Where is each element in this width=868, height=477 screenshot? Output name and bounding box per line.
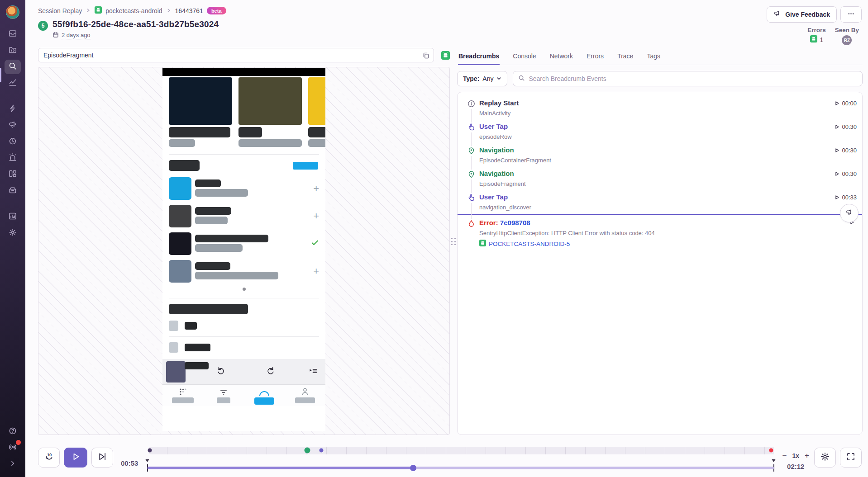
give-feedback-button[interactable]: Give Feedback (767, 6, 837, 23)
tab-errors[interactable]: Errors (586, 50, 604, 65)
event-description: MainActivity (479, 110, 835, 117)
sidebar-item-help[interactable] (5, 425, 21, 439)
sidebar-item-settings[interactable] (5, 226, 21, 241)
event-timestamp[interactable]: 00:30 (835, 123, 857, 130)
tab-trace[interactable]: Trace (617, 50, 634, 65)
sidebar-item-replays[interactable] (5, 135, 21, 149)
nav-label-placeholder (254, 397, 274, 405)
placeholder-bar (238, 127, 262, 137)
now-playing-artwork (166, 361, 186, 383)
event-timestamp[interactable]: 00:00 (835, 100, 857, 107)
details-tabs: Breadcrumbs Console Network Errors Trace… (457, 48, 863, 65)
replays-clock-icon (8, 137, 17, 147)
breadcrumb-replay-id[interactable]: 16443761 (175, 7, 203, 14)
breadcrumb-events-list: Replay Start MainActivity 00:00 User Tap… (457, 92, 863, 435)
timeline-scrubber[interactable] (148, 439, 773, 476)
player-settings-button[interactable] (814, 448, 836, 468)
breadcrumb-event-row[interactable]: Replay Start MainActivity 00:00 (458, 96, 862, 119)
event-title: Error: 7c098708 (479, 219, 849, 227)
timeline-error-marker[interactable] (769, 449, 773, 453)
error-id-link[interactable]: 7c098708 (500, 219, 530, 227)
breadcrumb-session-replay[interactable]: Session Replay (38, 7, 82, 14)
device-screen: + + (162, 68, 325, 431)
tab-console[interactable]: Console (512, 50, 536, 65)
megaphone-icon (773, 10, 781, 19)
fullscreen-button[interactable] (840, 448, 862, 468)
sidebar-item-issues[interactable] (5, 27, 21, 42)
tab-breadcrumbs[interactable]: Breadcrumbs (458, 50, 500, 65)
timeline-activity-strip[interactable] (148, 447, 773, 454)
check-icon (311, 239, 319, 249)
sidebar-item-releases[interactable] (5, 184, 21, 198)
placeholder-bar (195, 272, 278, 279)
replay-age: 2 days ago (62, 32, 91, 39)
play-pause-button[interactable] (64, 448, 87, 468)
event-title: Navigation (479, 146, 835, 154)
breadcrumb-search-input[interactable] (529, 75, 857, 82)
sidebar-item-performance[interactable] (5, 76, 21, 90)
replay-dom-search-input[interactable] (38, 48, 434, 62)
copy-button[interactable] (420, 50, 432, 61)
type-filter-dropdown[interactable]: Type: Any (457, 71, 507, 86)
event-title: Navigation (479, 170, 835, 177)
sidebar-item-search[interactable] (5, 60, 21, 74)
event-timestamp[interactable]: 00:33 (835, 194, 857, 201)
sidebar-item-stats[interactable] (5, 210, 21, 224)
sidebar-item-dashboards[interactable] (5, 167, 21, 182)
sidebar-collapse-button[interactable] (5, 457, 21, 472)
breadcrumb-event-row[interactable]: Navigation EpisodeContainerFragment 00:3… (458, 143, 862, 166)
event-description: EpisodeFragment (479, 180, 835, 187)
settings-gear-icon (8, 228, 17, 239)
sidebar-item-whats-new[interactable] (5, 441, 21, 455)
rewind-10s-button[interactable]: 10 (38, 448, 60, 468)
event-description: episodeRow (479, 133, 835, 140)
nav-label-placeholder (295, 397, 315, 403)
tab-tags[interactable]: Tags (646, 50, 661, 65)
timeline-event-marker-green[interactable] (305, 448, 310, 453)
details-pane: Breadcrumbs Console Network Errors Trace… (457, 48, 863, 435)
tap-pointer-icon (467, 123, 475, 132)
timeline-track[interactable] (148, 467, 773, 469)
tab-network[interactable]: Network (549, 50, 573, 65)
navigation-pin-icon (467, 170, 475, 179)
speed-increase-button[interactable]: + (805, 451, 809, 460)
placeholder-bar (195, 189, 248, 197)
megaphone-icon (845, 208, 854, 218)
event-description: navigation_discover (479, 204, 835, 211)
redo-skip-forward-icon (266, 366, 276, 376)
event-timestamp[interactable]: 00:30 (835, 170, 857, 177)
breadcrumb-event-row[interactable]: User Tap episodeRow 00:30 (458, 119, 862, 143)
breadcrumb-project[interactable]: pocketcasts-android (105, 7, 162, 14)
placeholder-bar (238, 139, 302, 147)
grid-dots-icon (178, 387, 187, 396)
panel-resize-handle[interactable] (450, 48, 457, 435)
sidebar-item-feedback[interactable] (5, 118, 21, 133)
breadcrumb-event-row[interactable]: User Tap navigation_discover 00:33 (458, 190, 862, 213)
calendar-icon (52, 32, 59, 39)
device-mini-player (162, 359, 325, 385)
speed-control: − 1x + (782, 451, 809, 460)
breadcrumb-event-row-error[interactable]: Error: 7c098708 SentryHttpClientExceptio… (458, 215, 862, 248)
org-avatar[interactable] (6, 5, 19, 19)
timeline-playhead[interactable] (410, 465, 416, 471)
more-options-button[interactable] (840, 6, 862, 23)
stats-icon (8, 212, 17, 222)
episode-artwork (169, 232, 191, 255)
timeline-event-marker-purple[interactable] (319, 449, 323, 453)
floating-feedback-button[interactable] (840, 204, 858, 222)
placeholder-bar (195, 217, 228, 224)
chevron-down-icon (496, 75, 501, 82)
sidebar-item-starfish[interactable] (5, 102, 21, 117)
sidebar-item-projects[interactable] (5, 43, 21, 58)
episode-row: + (169, 177, 319, 200)
sidebar-item-alerts[interactable] (5, 151, 21, 165)
nav-label-placeholder (217, 397, 230, 403)
skip-to-end-button[interactable] (91, 448, 113, 468)
breadcrumb-event-row[interactable]: Navigation EpisodeFragment 00:30 (458, 166, 862, 190)
replay-viewport[interactable]: + + (38, 67, 450, 435)
speed-decrease-button[interactable]: − (782, 451, 787, 460)
event-timestamp[interactable]: 00:30 (835, 147, 857, 154)
lightning-icon (8, 104, 17, 115)
issue-project-link[interactable]: POCKETCASTS-ANDROID-5 (489, 241, 570, 247)
alerts-siren-icon (8, 153, 17, 164)
